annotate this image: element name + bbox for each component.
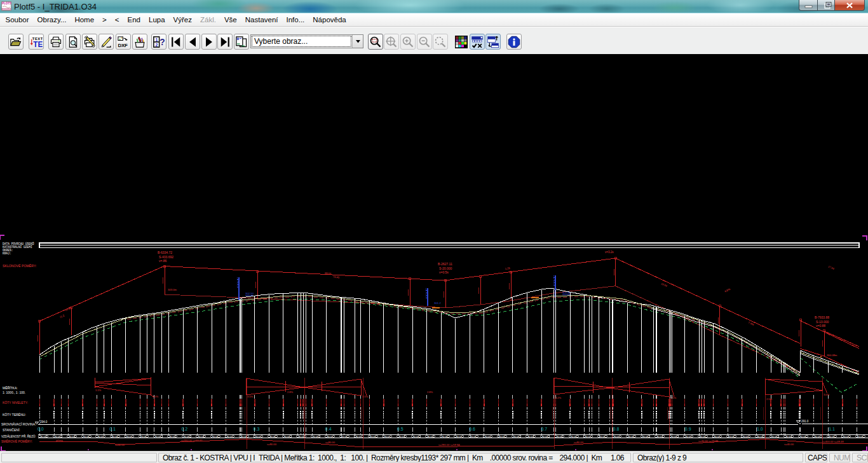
svg-text:3.5%: 3.5% — [247, 395, 254, 398]
svg-text:30.00: 30.00 — [543, 436, 548, 438]
svg-text:30.00: 30.00 — [141, 436, 146, 438]
svg-text:(1.2: (1.2 — [59, 314, 65, 319]
svg-text:12.04: 12.04 — [661, 282, 668, 287]
svg-text:30.00: 30.00 — [628, 436, 634, 438]
svg-text:2.8%: 2.8% — [287, 390, 294, 394]
svg-text:30.00: 30.00 — [772, 436, 777, 438]
svg-text:s=280.00 s=58.98: s=280.00 s=58.98 — [438, 443, 460, 446]
svg-text:7.4%: 7.4% — [748, 321, 755, 326]
svg-text:KRAJ:: KRAJ: — [3, 252, 11, 255]
svg-text:30.00: 30.00 — [55, 436, 60, 438]
svg-text:30.00: 30.00 — [672, 436, 677, 438]
svg-text:30.00: 30.00 — [213, 436, 218, 438]
svg-text:30.00: 30.00 — [356, 436, 361, 438]
svg-text:KÓTY TERÉNU:: KÓTY TERÉNU: — [3, 413, 26, 417]
svg-text:30.00: 30.00 — [84, 436, 89, 438]
svg-text:DXF: DXF — [118, 42, 127, 48]
svg-text:30.00: 30.00 — [499, 436, 505, 438]
svg-text:30.00: 30.00 — [585, 436, 590, 438]
svg-text:30.00: 30.00 — [414, 436, 419, 438]
svg-text:30.00: 30.00 — [112, 436, 118, 438]
svg-text:360.08m: 360.08m — [827, 354, 837, 357]
svg-text:SMĚROVÉ POMĚRY:: SMĚROVÉ POMĚRY: — [1, 439, 32, 443]
svg-text:s=400.00 s=48.48: s=400.00 s=48.48 — [822, 440, 844, 443]
svg-text:30.00: 30.00 — [98, 436, 103, 438]
svg-text:30.00: 30.00 — [471, 436, 476, 438]
svg-text:0.2: 0.2 — [181, 427, 187, 431]
svg-text:30.00: 30.00 — [170, 436, 175, 438]
svg-text:PLOT5: PLOT5 — [2, 2, 11, 5]
svg-text:30.00: 30.00 — [285, 436, 290, 438]
svg-text:SROVNÁVACÍ ROVINA:: SROVNÁVACÍ ROVINA: — [1, 422, 36, 426]
svg-text:0.3: 0.3 — [254, 427, 260, 431]
svg-text:30.00: 30.00 — [313, 436, 318, 438]
svg-text:30.00: 30.00 — [514, 436, 519, 438]
svg-text:VZDÁLENOST PŘ. ŘEZŮ:: VZDÁLENOST PŘ. ŘEZŮ: — [1, 434, 36, 438]
svg-text:SKLONOVÉ POMĚRY:: SKLONOVÉ POMĚRY: — [3, 263, 37, 268]
svg-text:30.00: 30.00 — [342, 436, 347, 438]
svg-text:v=.86: v=.86 — [159, 259, 167, 263]
svg-text:30.00: 30.00 — [743, 436, 748, 438]
svg-text:3.2%: 3.2% — [555, 396, 562, 399]
svg-text:DATA POVRCHU ÚSEKŮ: DATA POVRCHU ÚSEKŮ — [3, 242, 34, 245]
svg-text:STANIČENÍ:: STANIČENÍ: — [3, 428, 20, 432]
svg-text:30.00: 30.00 — [41, 436, 46, 438]
svg-text:B-2627.11: B-2627.11 — [438, 262, 452, 266]
svg-text:0.4: 0.4 — [325, 427, 332, 431]
svg-text:30.00: 30.00 — [729, 436, 734, 438]
svg-text:294.0: 294.0 — [40, 420, 48, 424]
svg-text:1: 1000., 1: 100.: 1: 1000., 1: 100. — [3, 390, 25, 394]
svg-text:30.00: 30.00 — [456, 436, 461, 438]
svg-text:30.00: 30.00 — [184, 436, 189, 438]
svg-text:v=3.2s: v=3.2s — [605, 251, 614, 254]
svg-text:s=80.00: s=80.00 — [574, 441, 584, 444]
svg-text:0.8: 0.8 — [613, 427, 620, 431]
svg-text:S-20.000: S-20.000 — [439, 266, 452, 270]
svg-text:30.00: 30.00 — [227, 436, 232, 438]
svg-text:30.00: 30.00 — [714, 436, 719, 438]
svg-text:TE: TE — [34, 39, 43, 48]
svg-text:30.00: 30.00 — [370, 436, 376, 438]
svg-text:30.00: 30.00 — [327, 436, 332, 438]
svg-text:30.00: 30.00 — [571, 436, 576, 438]
svg-text:v=0.5s: v=0.5s — [439, 270, 449, 274]
svg-text:s=40.00: s=40.00 — [115, 443, 125, 446]
svg-text:2.8%: 2.8% — [427, 390, 433, 394]
svg-text:30.00: 30.00 — [156, 436, 161, 438]
svg-text:30.00: 30.00 — [600, 436, 605, 438]
svg-text:0.7: 0.7 — [541, 427, 547, 431]
svg-text:3.0%: 3.0% — [824, 393, 830, 396]
svg-text:30.00: 30.00 — [299, 436, 304, 438]
svg-text:přímá: přímá — [56, 439, 63, 442]
svg-text:1.1%: 1.1% — [95, 389, 102, 392]
svg-text:0.0: 0.0 — [37, 427, 44, 431]
svg-text:KÓTY NIVELETY:: KÓTY NIVELETY: — [3, 401, 28, 404]
svg-text:0.5: 0.5 — [397, 427, 403, 431]
svg-text:4.8%: 4.8% — [724, 287, 731, 293]
svg-text:1: 1 — [156, 37, 158, 41]
svg-text:s=80.00: s=80.00 — [325, 441, 336, 444]
svg-text:v=0.88: v=0.88 — [816, 324, 825, 328]
svg-text:30.00: 30.00 — [241, 436, 247, 438]
svg-text:17.64: 17.64 — [828, 265, 836, 270]
svg-text:1.0: 1.0 — [757, 427, 763, 431]
svg-text:30.00: 30.00 — [643, 436, 648, 438]
svg-text:30.00: 30.00 — [428, 436, 433, 438]
svg-text:343.0m: 343.0m — [168, 288, 177, 291]
svg-text:30.00: 30.00 — [657, 436, 662, 438]
svg-text:30.00: 30.00 — [198, 436, 203, 438]
svg-text:3.0%: 3.0% — [153, 395, 159, 398]
svg-text:30.00: 30.00 — [557, 436, 562, 438]
svg-text:30.00: 30.00 — [384, 436, 390, 438]
svg-text:s=40.00 s=18.88: s=40.00 s=18.88 — [698, 439, 719, 443]
svg-text:s=80.00: s=80.00 — [267, 443, 277, 446]
svg-text:s=550.00 s=40.41: s=550.00 s=40.41 — [181, 439, 203, 442]
svg-text:2.5%: 2.5% — [766, 397, 773, 401]
svg-text:2: 2 — [156, 43, 158, 47]
svg-text:30.00: 30.00 — [442, 436, 447, 438]
svg-text:13.2: 13.2 — [64, 307, 71, 312]
svg-text:s=40.00: s=40.00 — [784, 443, 794, 446]
svg-text:55.02: 55.02 — [325, 272, 332, 275]
svg-text:1.25: 1.25 — [505, 266, 511, 270]
svg-text:30.00: 30.00 — [829, 436, 834, 438]
